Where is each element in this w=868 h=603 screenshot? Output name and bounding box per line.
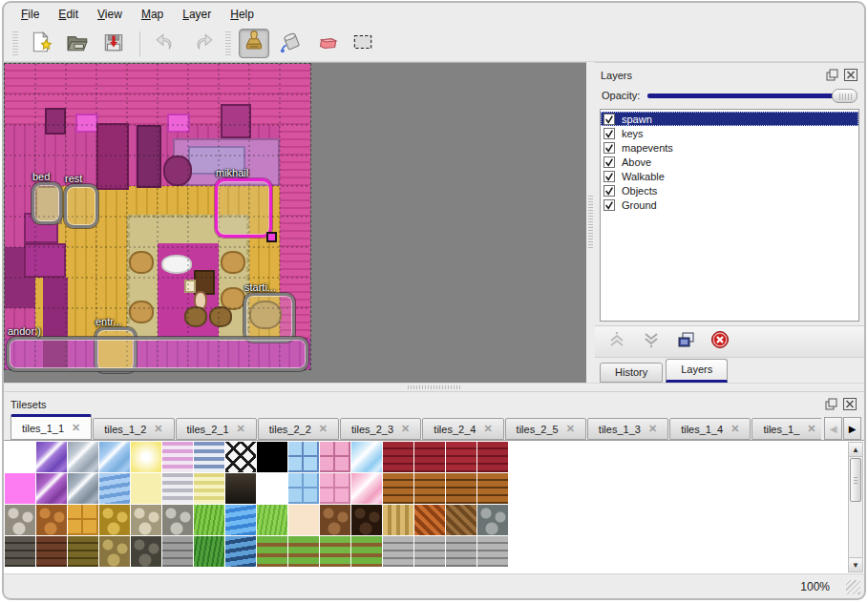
scroll-tabs-right-button[interactable]: ▶ <box>843 417 861 440</box>
tileset-tile[interactable] <box>36 442 68 473</box>
open-folder-button[interactable] <box>62 29 93 58</box>
raise-layer-button[interactable] <box>606 331 627 352</box>
tileset-tile[interactable] <box>477 473 509 505</box>
tileset-tile[interactable] <box>225 442 257 473</box>
tileset-tab-tiles_2_2[interactable]: tiles_2_2✕ <box>258 418 339 440</box>
tileset-tile[interactable] <box>351 442 383 473</box>
tileset-tile[interactable] <box>99 536 131 568</box>
tileset-tile[interactable] <box>383 536 414 568</box>
close-tab-icon[interactable]: ✕ <box>401 423 410 435</box>
layer-row[interactable]: Objects <box>601 183 858 198</box>
tileset-tile[interactable] <box>162 442 194 473</box>
vertical-splitter[interactable] <box>586 62 595 383</box>
save-button[interactable] <box>98 29 129 58</box>
menu-item-file[interactable]: File <box>11 5 49 24</box>
tileset-tile[interactable] <box>446 473 477 505</box>
close-tab-icon[interactable]: ✕ <box>730 423 739 435</box>
layer-row[interactable]: spawn <box>601 112 858 126</box>
tileset-tile[interactable] <box>288 473 320 505</box>
tileset-tile[interactable] <box>36 473 68 505</box>
menu-item-edit[interactable]: Edit <box>49 5 88 24</box>
tileset-tile[interactable] <box>446 442 477 473</box>
scroll-up-button[interactable]: ▲ <box>849 443 862 457</box>
tileset-tile[interactable] <box>288 442 320 473</box>
tileset-tab-tiles_1_[interactable]: tiles_1_✕ <box>752 418 827 440</box>
map-object[interactable]: starti... <box>243 293 295 343</box>
tileset-tab-tiles_1_1[interactable]: tiles_1_1✕ <box>11 414 92 440</box>
float-panel-button[interactable] <box>825 68 840 82</box>
tileset-tile[interactable] <box>320 473 351 505</box>
tileset-tile[interactable] <box>288 536 320 568</box>
horizontal-splitter[interactable] <box>4 383 864 391</box>
undo-button[interactable] <box>151 29 181 58</box>
scrollbar-thumb[interactable] <box>850 458 861 502</box>
tileset-tile[interactable] <box>320 505 351 536</box>
object-resize-handle[interactable] <box>266 232 277 242</box>
layer-visibility-checkbox[interactable] <box>603 142 615 154</box>
tileset-tile[interactable] <box>257 505 288 536</box>
layer-row[interactable]: Above <box>601 155 858 169</box>
tileset-tile[interactable] <box>131 536 162 568</box>
close-panel-button[interactable] <box>843 68 858 82</box>
close-tilesets-button[interactable] <box>842 397 857 411</box>
tileset-tab-tiles_1_4[interactable]: tiles_1_4✕ <box>669 418 751 440</box>
map-view[interactable]: bedrestmikhailstarti...entr...andor:) <box>4 62 586 383</box>
layer-row[interactable]: Walkable <box>601 169 858 183</box>
map-object[interactable]: rest <box>64 184 98 228</box>
tileset-tile[interactable] <box>225 505 257 536</box>
tileset-tile[interactable] <box>36 536 68 568</box>
tileset-tile[interactable] <box>194 473 225 505</box>
tileset-tile[interactable] <box>383 473 414 505</box>
tileset-tile[interactable] <box>414 505 446 536</box>
map-object[interactable]: mikhail <box>215 178 272 238</box>
tileset-tile[interactable] <box>68 442 99 473</box>
tileset-tile[interactable] <box>477 505 509 536</box>
tileset-tile[interactable] <box>131 505 162 536</box>
dock-tab-history[interactable]: History <box>600 363 663 383</box>
tileset-scrollbar[interactable]: ▲ ▼ <box>848 442 863 572</box>
layer-row[interactable]: Ground <box>601 198 858 212</box>
tileset-tile[interactable] <box>288 505 320 536</box>
layer-visibility-checkbox[interactable] <box>603 128 615 139</box>
close-tab-icon[interactable]: ✕ <box>483 423 492 435</box>
close-tab-icon[interactable]: ✕ <box>319 423 328 435</box>
tileset-tile[interactable] <box>414 536 446 568</box>
tileset-tile[interactable] <box>99 473 131 505</box>
close-tab-icon[interactable]: ✕ <box>648 423 657 435</box>
layer-visibility-checkbox[interactable] <box>603 199 615 211</box>
layer-row[interactable]: mapevents <box>601 140 858 155</box>
close-tab-icon[interactable]: ✕ <box>72 422 80 434</box>
tileset-tile[interactable] <box>194 442 225 473</box>
layer-visibility-checkbox[interactable] <box>603 156 615 168</box>
map-object[interactable]: bed <box>32 182 62 224</box>
tileset-tile[interactable] <box>5 442 36 473</box>
tileset-tile[interactable] <box>131 442 162 473</box>
tileset-tile[interactable] <box>383 442 414 473</box>
close-tab-icon[interactable]: ✕ <box>154 423 162 435</box>
stamp-tool-button[interactable] <box>239 29 269 58</box>
tileset-tile[interactable] <box>446 505 477 536</box>
tileset-tile[interactable] <box>257 473 288 505</box>
tileset-tile[interactable] <box>477 442 509 473</box>
tileset-tile[interactable] <box>320 442 351 473</box>
tileset-tile[interactable] <box>225 473 257 505</box>
tileset-tile[interactable] <box>68 473 99 505</box>
duplicate-layer-button[interactable] <box>675 331 696 352</box>
tileset-tile[interactable] <box>131 473 162 505</box>
close-tab-icon[interactable]: ✕ <box>237 423 245 435</box>
tileset-tile[interactable] <box>36 505 68 536</box>
float-tilesets-button[interactable] <box>824 397 839 411</box>
opacity-slider[interactable] <box>647 88 857 103</box>
tileset-tile[interactable] <box>162 536 194 568</box>
rect-select-button[interactable] <box>348 29 378 58</box>
tileset-tile[interactable] <box>194 505 225 536</box>
opacity-slider-handle[interactable] <box>832 89 857 103</box>
tileset-tile[interactable] <box>68 505 99 536</box>
eraser-button[interactable] <box>311 29 342 58</box>
tileset-tab-tiles_2_3[interactable]: tiles_2_3✕ <box>340 418 421 440</box>
tileset-tile[interactable] <box>477 536 509 568</box>
tileset-tile[interactable] <box>446 536 477 568</box>
tileset-tile[interactable] <box>351 473 383 505</box>
tileset-tab-tiles_2_5[interactable]: tiles_2_5✕ <box>505 418 586 440</box>
menu-item-map[interactable]: Map <box>132 5 173 24</box>
